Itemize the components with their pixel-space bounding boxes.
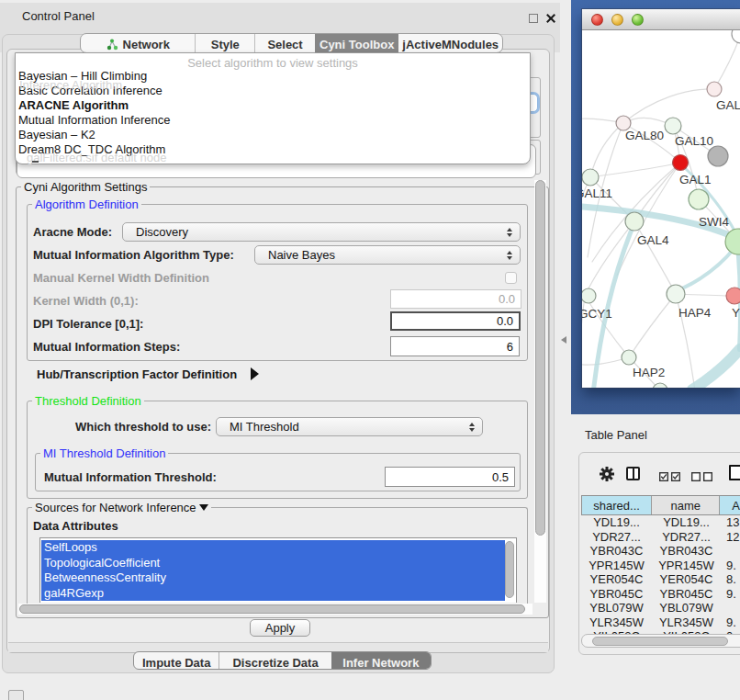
dpi-tolerance-value: 0.0 bbox=[497, 314, 513, 328]
close-traffic-light[interactable] bbox=[591, 14, 603, 26]
svg-text:GAL10: GAL10 bbox=[675, 134, 713, 148]
table-row[interactable]: YBR043CYBR043C bbox=[581, 544, 740, 559]
attribute-table: shared... name A YDL19...YDL19...13YDR27… bbox=[581, 495, 740, 607]
grip-icon[interactable] bbox=[8, 690, 24, 700]
tab-network[interactable]: Network bbox=[81, 34, 195, 53]
dropdown-item[interactable]: Mutual Information Inference bbox=[18, 113, 170, 128]
table-row[interactable]: YPR145WYPR145W9. bbox=[581, 559, 740, 573]
table-row[interactable]: YDL19...YDL19...13 bbox=[581, 515, 740, 530]
settings-hscrollbar-thumb[interactable] bbox=[19, 604, 525, 614]
mi-type-value: Naive Bayes bbox=[268, 248, 335, 262]
apply-button[interactable]: Apply bbox=[250, 619, 310, 637]
mi-threshold-value: 0.5 bbox=[492, 470, 509, 484]
cyni-settings-title: Cyni Algorithm Settings bbox=[21, 180, 150, 194]
table-cell: 8. bbox=[721, 572, 740, 587]
kernel-width-field[interactable]: 0.0 bbox=[390, 289, 521, 309]
apply-button-label: Apply bbox=[265, 621, 296, 635]
table-cell: YLR345W bbox=[652, 615, 721, 630]
list-item[interactable]: TopologicalCoefficient bbox=[41, 556, 505, 571]
sources-title-text: Sources for Network Inference bbox=[35, 501, 196, 514]
select-all-icon[interactable] bbox=[659, 470, 681, 480]
collapse-triangle-icon[interactable] bbox=[199, 504, 208, 511]
new-table-icon[interactable] bbox=[729, 465, 740, 480]
column-settings-icon[interactable] bbox=[626, 467, 640, 480]
column-header-shared-name[interactable]: shared... bbox=[582, 496, 652, 514]
column-header-name[interactable]: name bbox=[652, 496, 720, 514]
network-window: GALGAL80GAL10GAL1GAL11SWI4GAL4GCY1HAP4YH… bbox=[582, 9, 740, 388]
svg-text:Y: Y bbox=[732, 306, 740, 320]
tab-style[interactable]: Style bbox=[195, 34, 254, 53]
table-cell: YLR345W bbox=[581, 615, 652, 630]
dropdown-item[interactable]: Bayesian – K2 bbox=[18, 128, 95, 142]
bottom-tab-impute-data[interactable]: Impute Data bbox=[134, 652, 219, 670]
list-item[interactable]: BetweennessCentrality bbox=[41, 570, 505, 586]
mi-type-select[interactable]: Naive Bayes bbox=[254, 245, 521, 265]
sources-group-title: Sources for Network Inference bbox=[32, 501, 211, 514]
table-cell: YDL19... bbox=[652, 515, 721, 530]
mi-threshold-label: Mutual Information Threshold: bbox=[44, 471, 217, 484]
gear-icon[interactable] bbox=[599, 466, 615, 482]
control-panel-title: Control Panel bbox=[22, 10, 95, 23]
tab-jactivemnodules[interactable]: jActiveMNodules bbox=[398, 34, 502, 53]
bottom-tab-discretize-data[interactable]: Discretize Data bbox=[219, 652, 331, 670]
aracne-mode-value: Discovery bbox=[136, 225, 188, 239]
dpi-tolerance-label: DPI Tolerance [0,1]: bbox=[33, 318, 143, 331]
table-row[interactable]: YBR045CYBR045C9. bbox=[581, 587, 740, 602]
settings-vscrollbar-thumb[interactable] bbox=[535, 180, 545, 536]
table-row[interactable]: YBL079WYBL079W bbox=[581, 601, 740, 615]
table-cell: YBR045C bbox=[652, 587, 721, 602]
unselect-all-icon[interactable] bbox=[691, 470, 713, 480]
bottom-tab-infer-network[interactable]: Infer Network bbox=[331, 652, 431, 670]
settings-vscrollbar[interactable] bbox=[534, 180, 546, 603]
column-header-third[interactable]: A bbox=[720, 496, 740, 514]
mi-steps-field[interactable]: 6 bbox=[390, 336, 520, 356]
kernel-width-value: 0.0 bbox=[499, 292, 515, 306]
algorithm-dropdown-popup: Select algorithm to view settings Bayesi… bbox=[15, 52, 531, 164]
table-cell: YBR045C bbox=[581, 587, 652, 602]
table-row[interactable]: YER054CYER054C8. bbox=[581, 572, 740, 587]
manual-kernel-label: Manual Kernel Width Definition bbox=[33, 272, 209, 285]
table-row[interactable]: YLR345WYLR345W9. bbox=[581, 615, 740, 630]
svg-text:GAL4: GAL4 bbox=[637, 233, 669, 247]
svg-text:GAL11: GAL11 bbox=[582, 186, 612, 200]
table-row[interactable]: YDR27...YDR27...12 bbox=[581, 530, 740, 545]
svg-text:GAL: GAL bbox=[716, 98, 740, 112]
table-cell: 9. bbox=[721, 615, 740, 630]
table-cell: 9. bbox=[721, 587, 740, 602]
network-canvas[interactable]: GALGAL80GAL10GAL1GAL11SWI4GAL4GCY1HAP4YH… bbox=[582, 30, 740, 388]
aracne-mode-select[interactable]: Discovery bbox=[122, 222, 521, 242]
list-item[interactable]: SelfLoops bbox=[41, 540, 505, 556]
tab-cyni-toolbox[interactable]: Cyni Toolbox bbox=[315, 34, 399, 53]
svg-text:SWI4: SWI4 bbox=[699, 215, 729, 229]
hub-definition-label[interactable]: Hub/Transcription Factor Definition bbox=[37, 368, 237, 381]
control-panel-titlebar: Control Panel bbox=[0, 3, 560, 28]
list-item[interactable]: gal4RGexp bbox=[41, 586, 505, 602]
which-threshold-select[interactable]: MI Threshold bbox=[216, 417, 483, 436]
table-hscrollbar[interactable] bbox=[581, 634, 740, 648]
list-scrollbar-thumb[interactable] bbox=[505, 541, 514, 598]
hub-expand-icon[interactable] bbox=[251, 367, 259, 380]
close-icon[interactable] bbox=[545, 13, 556, 24]
data-attributes-label: Data Attributes bbox=[33, 520, 118, 533]
table-cell: YBL079W bbox=[581, 601, 652, 615]
dpi-tolerance-field[interactable]: 0.0 bbox=[390, 311, 521, 331]
data-attributes-list[interactable]: SelfLoopsTopologicalCoefficientBetweenne… bbox=[39, 537, 517, 603]
tab-select[interactable]: Select bbox=[254, 34, 315, 53]
mi-steps-value: 6 bbox=[507, 340, 513, 354]
table-panel: Table Panel shared... name A YDL19...YDL… bbox=[571, 414, 740, 700]
table-cell: YBR043C bbox=[652, 544, 721, 559]
mi-threshold-field[interactable]: 0.5 bbox=[385, 467, 515, 487]
mi-steps-label: Mutual Information Steps: bbox=[33, 341, 180, 354]
svg-text:HAP4: HAP4 bbox=[678, 306, 712, 320]
svg-text:GCY1: GCY1 bbox=[582, 307, 612, 321]
splitpane-arrow-icon[interactable] bbox=[561, 336, 566, 344]
kernel-width-label: Kernel Width (0,1): bbox=[33, 295, 139, 308]
dropdown-item[interactable]: ARACNE Algorithm bbox=[18, 98, 129, 113]
minimize-traffic-light[interactable] bbox=[611, 14, 623, 26]
network-window-titlebar[interactable] bbox=[582, 9, 740, 30]
float-icon[interactable] bbox=[529, 14, 538, 23]
table-hscrollbar-thumb[interactable] bbox=[592, 637, 728, 646]
zoom-traffic-light[interactable] bbox=[632, 14, 644, 26]
settings-hscrollbar[interactable] bbox=[18, 604, 533, 615]
manual-kernel-checkbox[interactable] bbox=[505, 272, 517, 284]
